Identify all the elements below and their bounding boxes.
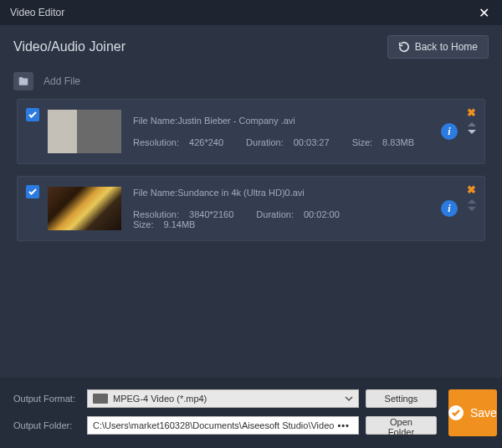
info-button[interactable]: i <box>441 200 458 217</box>
remove-item-button[interactable]: ✖ <box>467 183 476 196</box>
info-button[interactable]: i <box>441 123 458 140</box>
move-down-button[interactable] <box>468 130 476 134</box>
add-file-button[interactable] <box>13 72 33 90</box>
duration-label: Duration: <box>246 137 284 147</box>
size-value: 9.14MB <box>163 219 195 229</box>
browse-folder-button[interactable]: ••• <box>334 420 353 430</box>
file-item[interactable]: File Name:Sundance in 4k (Ultra HD)0.avi… <box>17 176 485 241</box>
move-up-button[interactable] <box>468 199 476 203</box>
add-file-icon <box>18 75 29 87</box>
size-value: 8.83MB <box>382 137 414 147</box>
save-label: Save <box>470 406 497 420</box>
item-side-controls: ✖ <box>467 106 476 134</box>
check-icon <box>28 187 38 197</box>
output-format-select[interactable]: MPEG-4 Video (*.mp4) <box>87 389 359 408</box>
remove-item-button[interactable]: ✖ <box>467 106 476 119</box>
back-to-home-label: Back to Home <box>415 41 478 53</box>
header: Video/Audio Joiner Back to Home <box>0 25 502 69</box>
file-item[interactable]: File Name:Justin Bieber - Company .avi R… <box>17 99 485 164</box>
file-checkbox[interactable] <box>26 108 39 121</box>
svg-rect-1 <box>19 77 23 79</box>
save-check-icon <box>448 405 464 420</box>
size-label: Size: <box>133 219 153 229</box>
output-format-label: Output Format: <box>13 394 80 404</box>
add-file-row: Add File <box>0 69 502 99</box>
app-window: Video Editor ✕ Video/Audio Joiner Back t… <box>0 0 502 448</box>
move-up-button[interactable] <box>468 122 476 126</box>
filename-label: File Name: <box>133 116 177 126</box>
window-title: Video Editor <box>10 7 64 18</box>
file-info: File Name:Justin Bieber - Company .avi R… <box>133 116 441 147</box>
svg-rect-0 <box>19 79 28 85</box>
video-thumbnail <box>48 110 121 153</box>
output-format-value: MPEG-4 Video (*.mp4) <box>113 394 207 404</box>
move-down-button[interactable] <box>468 207 476 211</box>
filename-value: Sundance in 4k (Ultra HD)0.avi <box>177 188 305 198</box>
close-button[interactable]: ✕ <box>475 5 492 21</box>
back-to-home-button[interactable]: Back to Home <box>387 35 489 59</box>
page-title: Video/Audio Joiner <box>13 39 126 54</box>
duration-value: 00:03:27 <box>294 137 330 147</box>
output-format-row: Output Format: MPEG-4 Video (*.mp4) Sett… <box>13 389 437 408</box>
item-side-controls: ✖ <box>467 183 476 211</box>
output-folder-value: C:\Users\market160328\Documents\Aiseesof… <box>93 420 334 430</box>
filename-value: Justin Bieber - Company .avi <box>177 116 295 126</box>
save-button[interactable]: Save <box>448 389 497 436</box>
size-label: Size: <box>352 137 372 147</box>
file-list: File Name:Justin Bieber - Company .avi R… <box>0 99 502 253</box>
check-icon <box>28 110 38 120</box>
open-folder-button[interactable]: Open Folder <box>366 416 437 435</box>
filename-label: File Name: <box>133 188 177 198</box>
duration-value: 00:02:00 <box>304 209 340 219</box>
file-checkbox[interactable] <box>26 185 39 198</box>
settings-button[interactable]: Settings <box>366 389 437 408</box>
duration-label: Duration: <box>256 209 294 219</box>
footer: Output Format: MPEG-4 Video (*.mp4) Sett… <box>0 378 502 448</box>
resolution-label: Resolution: <box>133 137 179 147</box>
chevron-down-icon <box>345 394 353 403</box>
titlebar: Video Editor ✕ <box>0 0 502 25</box>
output-folder-input[interactable]: C:\Users\market160328\Documents\Aiseesof… <box>87 416 359 435</box>
format-icon <box>93 394 108 404</box>
resolution-label: Resolution: <box>133 209 179 219</box>
back-arrow-icon <box>398 41 410 53</box>
file-info: File Name:Sundance in 4k (Ultra HD)0.avi… <box>133 188 441 229</box>
output-folder-label: Output Folder: <box>13 420 80 430</box>
add-file-label: Add File <box>44 75 80 87</box>
resolution-value: 426*240 <box>189 137 223 147</box>
output-folder-row: Output Folder: C:\Users\market160328\Doc… <box>13 416 437 435</box>
resolution-value: 3840*2160 <box>189 209 233 219</box>
video-thumbnail <box>48 187 121 230</box>
